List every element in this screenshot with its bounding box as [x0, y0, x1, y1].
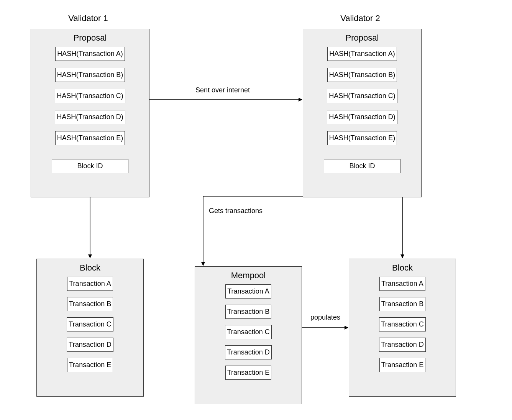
block-title: Block: [349, 263, 456, 273]
mempool-panel: Mempool Transaction A Transaction B Tran…: [195, 266, 302, 404]
validator2-proposal-panel: Proposal HASH(Transaction A) HASH(Transa…: [303, 29, 422, 197]
edge-label-gets: Gets transactions: [209, 207, 263, 215]
hash-row: HASH(Transaction D): [327, 110, 397, 124]
hash-row: HASH(Transaction E): [55, 131, 125, 145]
tx-row: Transaction D: [225, 345, 271, 359]
validator2-title: Validator 2: [335, 13, 385, 23]
hash-row: HASH(Transaction A): [55, 47, 125, 61]
hash-row: HASH(Transaction C): [327, 89, 397, 103]
tx-row: Transaction C: [67, 317, 113, 331]
tx-row: Transaction A: [67, 277, 113, 291]
tx-row: Transaction A: [379, 277, 425, 291]
validator1-proposal-panel: Proposal HASH(Transaction A) HASH(Transa…: [31, 29, 149, 197]
tx-row: Transaction B: [67, 297, 113, 311]
block-title: Block: [37, 263, 143, 273]
hash-row: HASH(Transaction B): [55, 68, 125, 82]
hash-row: HASH(Transaction C): [55, 89, 125, 103]
block-id-cell: Block ID: [52, 159, 128, 173]
validator1-title: Validator 1: [63, 13, 113, 23]
proposal-title: Proposal: [303, 33, 421, 43]
validator2-block-panel: Block Transaction A Transaction B Transa…: [349, 259, 456, 397]
tx-row: Transaction E: [67, 358, 113, 372]
tx-row: Transaction D: [67, 338, 113, 352]
edge-label-populates: populates: [310, 313, 340, 322]
tx-row: Transaction C: [225, 325, 271, 339]
hash-row: HASH(Transaction E): [327, 131, 397, 145]
tx-row: Transaction C: [379, 317, 425, 331]
hash-row: HASH(Transaction D): [55, 110, 125, 124]
tx-row: Transaction E: [225, 366, 271, 380]
tx-row: Transaction E: [379, 358, 425, 372]
tx-row: Transaction A: [225, 284, 271, 299]
tx-row: Transaction D: [379, 338, 425, 352]
tx-row: Transaction B: [379, 297, 425, 311]
hash-row: HASH(Transaction B): [327, 68, 397, 82]
edge-label-sent: Sent over internet: [195, 86, 250, 94]
tx-row: Transaction B: [225, 305, 271, 319]
validator1-block-panel: Block Transaction A Transaction B Transa…: [36, 259, 144, 397]
mempool-title: Mempool: [195, 271, 302, 281]
proposal-title: Proposal: [31, 33, 149, 43]
block-id-cell: Block ID: [324, 159, 400, 173]
hash-row: HASH(Transaction A): [327, 47, 397, 61]
